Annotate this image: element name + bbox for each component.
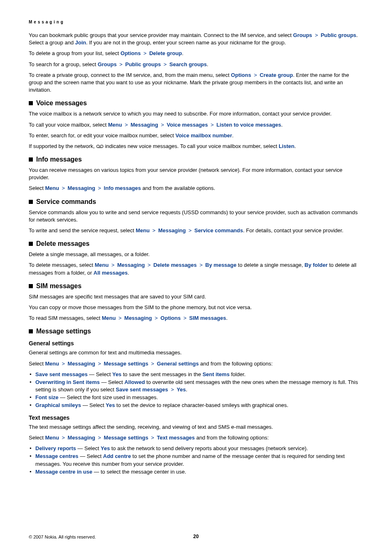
section-heading: Service commands: [29, 198, 363, 206]
separator-icon: >: [146, 261, 152, 269]
separator-icon: >: [187, 227, 193, 234]
link-yes: Yes: [101, 445, 110, 451]
separator-icon: >: [97, 185, 102, 192]
text: to delete a single message,: [237, 262, 305, 268]
heading-text: SIM messages: [36, 282, 81, 290]
text: To call your voice mailbox, select: [29, 122, 108, 128]
link-create-group: Create group: [260, 72, 293, 78]
link-yes: Yes: [106, 402, 115, 408]
link-options: Options: [231, 72, 251, 78]
link-options: Options: [120, 50, 141, 56]
separator-icon: >: [253, 72, 258, 79]
link-groups: Groups: [293, 32, 312, 38]
section-heading: Info messages: [29, 156, 363, 163]
text: and from the following options:: [200, 361, 272, 367]
section-heading: Message settings: [29, 328, 363, 335]
option-label: Graphical smileys: [35, 402, 81, 408]
link-allowed: Allowed: [125, 379, 145, 385]
list-item: Delivery reports — Select Yes to ask the…: [29, 445, 363, 453]
separator-icon: >: [198, 261, 204, 269]
heading-text: Delete messages: [36, 240, 90, 247]
link-menu: Menu: [95, 262, 108, 268]
link-menu: Menu: [45, 185, 59, 191]
text: Select: [29, 185, 45, 191]
text: . For details, contact your service prov…: [243, 227, 343, 234]
text: — Select: [78, 453, 103, 459]
list-item: Font size — Select the font size used in…: [29, 394, 363, 402]
section-sim-messages: SIM messages SIM messages are specific t…: [29, 282, 363, 322]
section-delete-messages: Delete messages Delete a single message,…: [29, 240, 363, 277]
separator-icon: >: [314, 32, 319, 39]
text: To create a private group, connect to th…: [29, 72, 231, 78]
separator-icon: >: [97, 434, 102, 442]
text: to save the sent messages in the: [122, 371, 203, 377]
text: Select: [29, 361, 45, 367]
separator-icon: >: [117, 314, 123, 322]
link-info-messages: Info messages: [104, 185, 141, 191]
link-message-settings: Message settings: [104, 435, 148, 441]
link-menu: Menu: [108, 122, 122, 128]
square-bullet-icon: [29, 329, 33, 333]
svg-point-1: [100, 145, 103, 148]
separator-icon: >: [97, 360, 102, 368]
text: and from the available options.: [143, 185, 215, 191]
text: To search for a group, select: [29, 61, 98, 67]
paragraph: You can copy or move those messages from…: [29, 304, 363, 311]
text: . If you are not in the group, enter you…: [86, 39, 286, 46]
link-sent-items: Sent items: [203, 371, 230, 377]
option-label: Save sent messages: [35, 371, 88, 377]
link-save-sent: Save sent messages: [116, 386, 168, 393]
option-label: Message centres: [35, 453, 78, 459]
link-listen: Listen: [279, 143, 294, 149]
paragraph: To create a private group, connect to th…: [29, 72, 363, 94]
subheading-general: General settings: [29, 340, 363, 347]
text: — Select: [88, 371, 112, 377]
text: To delete messages, select: [29, 262, 95, 268]
paragraph: To enter, search for, or edit your voice…: [29, 132, 363, 139]
list-item: Save sent messages — Select Yes to save …: [29, 371, 363, 379]
separator-icon: >: [60, 360, 66, 368]
heading-text: Message settings: [36, 328, 91, 335]
paragraph: To delete a group from your list, select…: [29, 50, 363, 57]
separator-icon: >: [162, 61, 168, 68]
separator-icon: >: [60, 434, 66, 442]
paragraph: Select Menu > Messaging > Message settin…: [29, 434, 363, 442]
section-heading: Voice messages: [29, 99, 363, 107]
text: To write and send the service request, s…: [29, 227, 136, 234]
text: To enter, search for, or edit your voice…: [29, 132, 175, 139]
link-sim-messages: SIM messages: [189, 315, 226, 321]
link-menu: Menu: [136, 227, 150, 234]
option-label: Delivery reports: [35, 445, 76, 451]
square-bullet-icon: [29, 242, 33, 246]
separator-icon: >: [60, 185, 66, 192]
voicemail-icon: [96, 144, 104, 149]
separator-icon: >: [124, 121, 129, 129]
list-item: Graphical smileys — Select Yes to set th…: [29, 402, 363, 409]
link-all-messages: All messages: [94, 270, 128, 276]
page-number: 20: [0, 534, 392, 539]
separator-icon: >: [160, 121, 166, 129]
link-messaging: Messaging: [68, 185, 95, 191]
link-messaging: Messaging: [125, 315, 152, 321]
separator-icon: >: [170, 386, 175, 394]
text: — Select: [76, 445, 101, 451]
separator-icon: >: [150, 360, 156, 368]
link-delete-messages: Delete messages: [153, 262, 197, 268]
paragraph: Select Menu > Messaging > Info messages …: [29, 185, 363, 192]
section-service-commands: Service commands Service commands allow …: [29, 198, 363, 235]
separator-icon: >: [153, 314, 159, 322]
option-label: Font size: [35, 394, 58, 400]
link-by-message: By message: [205, 262, 237, 268]
paragraph: To delete messages, select Menu > Messag…: [29, 261, 363, 276]
link-search-groups: Search groups: [169, 61, 207, 67]
text: To delete a group from your list, select: [29, 50, 120, 56]
paragraph: If supported by the network, indicates n…: [29, 143, 363, 150]
paragraph: To read SIM messages, select Menu > Mess…: [29, 314, 363, 322]
text: — to select the message center in use.: [92, 469, 186, 475]
separator-icon: >: [142, 50, 148, 57]
separator-icon: >: [210, 121, 215, 129]
link-yes: Yes: [112, 371, 121, 377]
heading-text: Service commands: [36, 198, 96, 206]
paragraph: To write and send the service request, s…: [29, 227, 363, 234]
section-message-settings: Message settings General settings Genera…: [29, 328, 363, 476]
